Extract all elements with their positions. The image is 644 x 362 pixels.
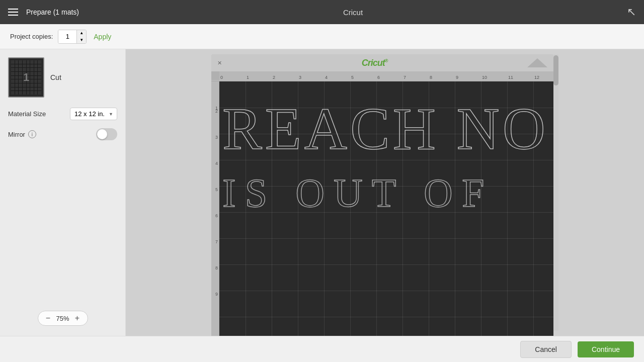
ruler-tick-10: 10 [482,75,508,80]
mat-body: 1 2 3 4 5 6 7 8 9 [211,81,553,336]
ruler-left-7: 7 [211,239,219,265]
mirror-label-wrapper: Mirror i [8,130,36,138]
topbar-title: Prepare (1 mats) [26,8,79,16]
design-text-line2: IS OUT OF [222,171,493,215]
copies-input[interactable] [58,30,76,43]
toggle-knob [97,129,107,139]
continue-button[interactable]: Continue [578,341,634,357]
main-area: 1 Cut Material Size 12 x 12 in. 12 x 24 … [0,49,644,336]
ruler-left-2: 2 [211,109,219,135]
ruler-left-4: 4 [211,161,219,187]
scrollbar-thumb[interactable] [553,55,558,85]
material-size-label: Material Size [8,110,46,118]
mirror-info-icon[interactable]: i [28,130,36,138]
mat-header: ✕ Cricut® [211,54,553,71]
ruler-tick-12: 12 [534,75,544,80]
mat-card: 1 Cut [8,57,117,98]
copies-label: Project copies: [10,33,53,40]
material-size-row: Material Size 12 x 12 in. 12 x 24 in. Cu… [8,108,117,120]
mirror-toggle[interactable] [96,128,117,140]
copies-up-button[interactable]: ▲ [77,30,86,37]
zoom-percent: 75% [56,315,69,322]
close-icon[interactable]: ✕ [217,60,222,66]
mirror-label: Mirror [8,131,25,138]
mat-type-label: Cut [50,73,61,81]
ruler-left-9: 9 [211,292,219,318]
toolbar: Project copies: ▲ ▼ Apply [0,24,644,49]
ruler-top: 0 1 2 3 4 5 6 7 8 9 10 11 12 [211,71,553,81]
ruler-tick-0: 0 [220,75,247,80]
zoom-control: − 75% + [37,311,88,326]
ruler-left-1: 1 [211,82,219,109]
mat-number: 1 [23,71,29,84]
grid-lines [219,81,553,336]
copies-down-button[interactable]: ▼ [77,37,86,44]
ruler-tick-4: 4 [325,75,351,80]
ruler-left-5: 5 [211,187,219,213]
ruler-tick-1: 1 [247,75,273,80]
mat-arrow-up-icon [527,58,547,67]
ruler-tick-8: 8 [430,75,456,80]
design-text: REACH NOTHING IS OUT OF [221,83,543,226]
topbar: Prepare (1 mats) Cricut ↖ [0,0,644,24]
material-size-select-wrapper: 12 x 12 in. 12 x 24 in. Custom [70,108,117,120]
ruler-left: 1 2 3 4 5 6 7 8 9 [211,81,219,336]
topbar-center-title: Cricut [79,8,627,17]
ruler-left-8: 8 [211,265,219,292]
scrollbar-track[interactable] [553,54,558,331]
zoom-out-button[interactable]: − [43,313,53,323]
canvas-area: ✕ Cricut® 0 1 2 3 4 5 6 7 8 9 [126,49,644,336]
material-size-select[interactable]: 12 x 12 in. 12 x 24 in. Custom [70,108,117,120]
sidebar: 1 Cut Material Size 12 x 12 in. 12 x 24 … [0,49,126,336]
ruler-left-6: 6 [211,213,219,239]
cancel-button[interactable]: Cancel [520,341,572,358]
ruler-ticks: 0 1 2 3 4 5 6 7 8 9 10 11 12 [219,75,553,80]
mirror-row: Mirror i [8,128,117,140]
ruler-tick-5: 5 [351,75,377,80]
mat-preview: ✕ Cricut® 0 1 2 3 4 5 6 7 8 9 [211,54,553,336]
grid-area: REACH NOTHING IS OUT OF [219,81,553,336]
ruler-tick-7: 7 [404,75,430,80]
ruler-tick-11: 11 [508,75,534,80]
ruler-tick-3: 3 [299,75,325,80]
zoom-in-button[interactable]: + [72,313,83,323]
design-text-line1: REACH NOTHING [222,96,543,162]
ruler-tick-9: 9 [456,75,482,80]
mat-thumbnail: 1 [8,57,44,98]
bottombar: Cancel Continue [0,336,644,362]
copies-input-wrapper: ▲ ▼ [58,30,87,44]
cursor-icon: ↖ [627,6,636,19]
apply-button[interactable]: Apply [94,33,111,41]
menu-icon[interactable] [8,9,18,16]
ruler-left-3: 3 [211,135,219,161]
ruler-tick-2: 2 [273,75,299,80]
ruler-tick-6: 6 [377,75,404,80]
copies-arrows: ▲ ▼ [76,30,86,44]
cricut-logo: Cricut® [362,58,388,68]
